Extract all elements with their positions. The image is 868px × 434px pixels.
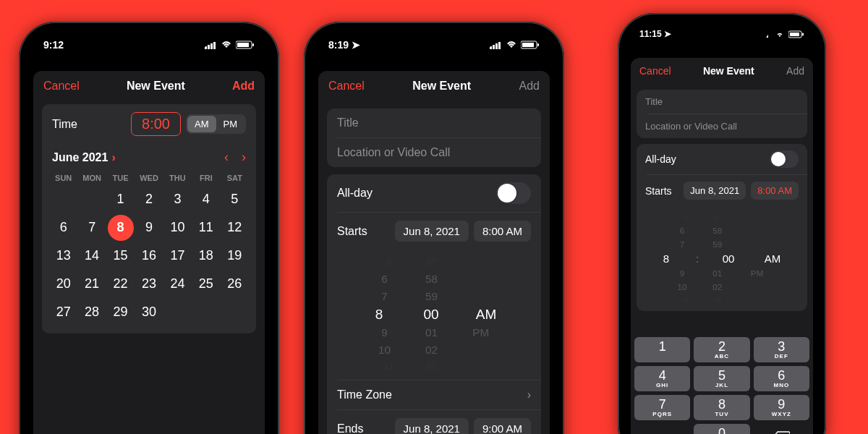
calendar-day[interactable]: 20 xyxy=(49,270,77,298)
calendar-day[interactable]: 1 xyxy=(106,185,135,213)
ends-label: Ends xyxy=(337,422,395,435)
calendar-day[interactable]: 9 xyxy=(135,213,163,242)
calendar-day[interactable]: 23 xyxy=(135,270,163,298)
key-4[interactable]: 4GHI xyxy=(634,366,690,391)
cancel-button[interactable]: Cancel xyxy=(328,80,365,93)
calendar-day[interactable]: 15 xyxy=(106,242,135,270)
timezone-label: Time Zone xyxy=(337,388,392,401)
calendar-day[interactable]: 17 xyxy=(163,242,192,270)
calendar-day[interactable]: 29 xyxy=(106,298,135,326)
picker-row[interactable]: 658 xyxy=(645,224,799,237)
ampm-segment[interactable]: AM PM xyxy=(186,114,246,134)
picker-row[interactable]: 759 xyxy=(645,238,799,250)
status-icons xyxy=(205,41,255,49)
allday-toggle[interactable] xyxy=(770,150,799,168)
picker-row[interactable]: 557 xyxy=(652,213,792,222)
picker-row[interactable]: 658 xyxy=(338,271,530,287)
calendar-day[interactable]: 7 xyxy=(77,213,106,242)
picker-row[interactable]: 1103 xyxy=(346,360,522,373)
key-5[interactable]: 5JKL xyxy=(694,366,749,391)
starts-time-button[interactable]: 8:00 AM xyxy=(474,221,531,242)
cancel-button[interactable]: Cancel xyxy=(639,65,671,77)
key-9[interactable]: 9WXYZ xyxy=(754,395,809,420)
key-7[interactable]: 7PQRS xyxy=(634,395,690,420)
title-field[interactable]: Title xyxy=(327,109,541,137)
time-value-button[interactable]: 8:00 xyxy=(131,112,181,136)
starts-date-button[interactable]: Jun 8, 2021 xyxy=(684,182,746,200)
next-month-icon[interactable]: › xyxy=(242,150,246,165)
timezone-row[interactable]: Time Zone › xyxy=(327,380,541,409)
location-field[interactable]: Location or Video Call xyxy=(637,114,807,138)
calendar-month-button[interactable]: June 2021 › xyxy=(52,151,116,164)
picker-row[interactable]: 901PM xyxy=(338,325,530,341)
calendar-day[interactable]: 28 xyxy=(77,298,106,326)
calendar-day[interactable]: 11 xyxy=(192,213,220,242)
calendar-day[interactable]: 8 xyxy=(106,213,135,242)
calendar-day[interactable]: 27 xyxy=(49,298,77,326)
calendar-day[interactable]: 16 xyxy=(135,242,163,270)
pm-option[interactable]: PM xyxy=(216,116,245,132)
calendar-day[interactable]: 22 xyxy=(106,270,135,298)
calendar-day[interactable]: 24 xyxy=(163,270,192,298)
starts-time-button[interactable]: 8:00 AM xyxy=(751,182,799,200)
am-option[interactable]: AM xyxy=(187,116,216,132)
calendar-day[interactable]: 21 xyxy=(77,270,106,298)
allday-toggle[interactable] xyxy=(496,182,531,204)
calendar-day[interactable]: 18 xyxy=(192,242,220,270)
key-6[interactable]: 6MNO xyxy=(754,366,809,391)
status-icons xyxy=(490,41,540,49)
svg-rect-13 xyxy=(537,43,539,46)
starts-date-button[interactable]: Jun 8, 2021 xyxy=(395,221,469,242)
picker-row[interactable]: 1002 xyxy=(338,342,530,358)
calendar-day[interactable]: 25 xyxy=(192,270,220,298)
location-field[interactable]: Location or Video Call xyxy=(327,138,541,167)
ends-date-button[interactable]: Jun 8, 2021 xyxy=(395,418,469,434)
add-button[interactable]: Add xyxy=(786,65,804,77)
key-8[interactable]: 8TUV xyxy=(694,395,749,420)
cancel-button[interactable]: Cancel xyxy=(43,80,80,93)
picker-row[interactable]: 557 xyxy=(346,257,522,269)
key-0[interactable]: 0 xyxy=(694,424,749,434)
time-picker[interactable]: 557658759800AM901PM10021103 xyxy=(327,250,541,380)
calendar-day[interactable]: 13 xyxy=(49,242,77,270)
prev-month-icon[interactable]: ‹ xyxy=(224,150,229,165)
calendar-day[interactable]: 2 xyxy=(135,185,163,213)
add-button[interactable]: Add xyxy=(519,80,540,93)
svg-rect-2 xyxy=(210,43,213,49)
add-button[interactable]: Add xyxy=(232,80,255,93)
title-field[interactable]: Title xyxy=(637,90,807,114)
picker-row[interactable]: 1103 xyxy=(652,294,792,304)
calendar-day[interactable]: 10 xyxy=(163,213,192,242)
status-time: 8:19 ➤ xyxy=(328,39,360,51)
picker-row[interactable]: 8:00AM xyxy=(637,251,807,266)
calendar-day[interactable]: 6 xyxy=(49,213,77,242)
calendar-day[interactable]: 12 xyxy=(221,213,249,242)
battery-icon xyxy=(236,41,255,49)
calendar-day[interactable]: 19 xyxy=(221,242,249,270)
key-3[interactable]: 3DEF xyxy=(754,337,809,362)
starts-row: Starts Jun 8, 2021 8:00 AM xyxy=(637,175,807,206)
new-event-modal: Cancel New Event Add Time 8:00 AM PM Jun… xyxy=(33,71,265,434)
calendar-day[interactable]: 26 xyxy=(221,270,249,298)
time-picker[interactable]: 5576587598:00AM901PM10021103 xyxy=(637,206,807,311)
ends-time-button[interactable]: 9:00 AM xyxy=(474,418,531,434)
picker-row[interactable]: 800AM xyxy=(327,305,541,324)
ends-row: Ends Jun 8, 2021 9:00 AM xyxy=(327,410,541,434)
calendar-day xyxy=(49,185,77,213)
dow-label: FRI xyxy=(192,171,220,185)
svg-rect-3 xyxy=(213,42,216,49)
phone-3: 11:15 ➤ Cancel New Event Add Title Locat… xyxy=(618,13,826,434)
calendar-day xyxy=(77,185,106,213)
key-1[interactable]: 1 xyxy=(634,337,690,362)
calendar-day[interactable]: 4 xyxy=(192,185,220,213)
picker-row[interactable]: 1002 xyxy=(645,281,799,293)
key-2[interactable]: 2ABC xyxy=(694,337,749,362)
picker-row[interactable]: 759 xyxy=(338,289,530,305)
delete-key[interactable] xyxy=(754,424,809,434)
picker-row[interactable]: 901PM xyxy=(645,267,799,279)
calendar-day[interactable]: 30 xyxy=(135,298,163,326)
nav-bar: Cancel New Event Add xyxy=(33,71,265,101)
calendar-day[interactable]: 14 xyxy=(77,242,106,270)
calendar-day[interactable]: 5 xyxy=(221,185,249,213)
calendar-day[interactable]: 3 xyxy=(163,185,192,213)
